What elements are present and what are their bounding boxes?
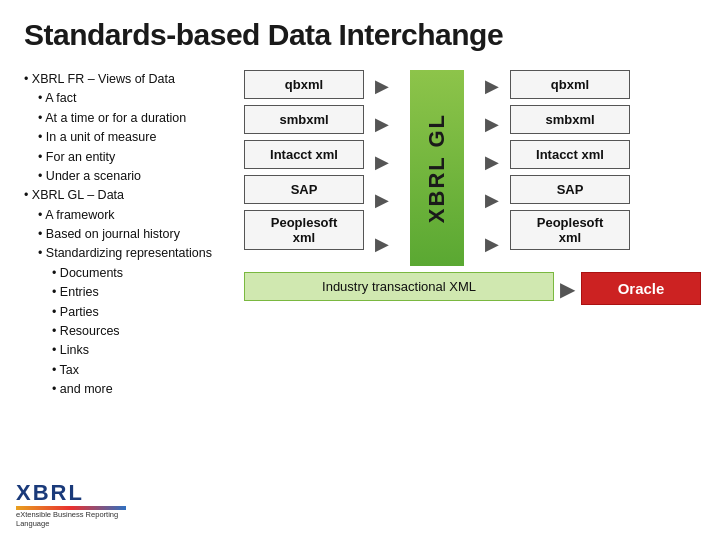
right-box-intacct-right: Intacct xml	[510, 140, 630, 169]
bullet-item: • Based on journal history	[38, 225, 236, 244]
right-box-qbxml-right: qbxml	[510, 70, 630, 99]
bullet-item: • For an entity	[38, 148, 236, 167]
oracle-label: Oracle	[618, 280, 665, 297]
bullet-item: • A framework	[38, 206, 236, 225]
left-box-intacct-left: Intacct xml	[244, 140, 364, 169]
xbrl-gl-column: XBRL GL	[410, 70, 464, 266]
bullet-item: • A fact	[38, 89, 236, 108]
bullet-item: • XBRL GL – Data	[24, 186, 236, 205]
oracle-box: Oracle	[581, 272, 701, 305]
arrow-right-3: ▶	[485, 184, 499, 216]
arrow-left-0: ▶	[375, 70, 389, 102]
bottom-section: Industry transactional XML ▶ Oracle	[244, 272, 701, 305]
bullet-item: • Tax	[52, 361, 236, 380]
xbrl-logo-sub: eXtensible Business Reporting Language	[16, 510, 126, 528]
arrow-left-1: ▶	[375, 108, 389, 140]
bullet-item: • XBRL FR – Views of Data	[24, 70, 236, 89]
bullet-item: • In a unit of measure	[38, 128, 236, 147]
right-box-sap-right: SAP	[510, 175, 630, 204]
bullet-item: • Parties	[52, 303, 236, 322]
arrow-right-2: ▶	[485, 146, 499, 178]
left-box-smbxml-left: smbxml	[244, 105, 364, 134]
bullet-item: • Links	[52, 341, 236, 360]
page-container: Standards-based Data Interchange • XBRL …	[0, 0, 720, 540]
left-box-peoplesoft-left: Peoplesoft xml	[244, 210, 364, 250]
bullet-item: • At a time or for a duration	[38, 109, 236, 128]
arrows-left: ▶▶▶▶▶	[364, 70, 400, 266]
left-box-qbxml-left: qbxml	[244, 70, 364, 99]
arrow-left-3: ▶	[375, 184, 389, 216]
diagram-main: qbxmlsmbxmlIntacct xmlSAPPeoplesoft xml …	[244, 70, 630, 266]
arrow-left-2: ▶	[375, 146, 389, 178]
bullet-item: • Under a scenario	[38, 167, 236, 186]
right-box-smbxml-right: smbxml	[510, 105, 630, 134]
arrow-right-1: ▶	[485, 108, 499, 140]
page-title: Standards-based Data Interchange	[24, 18, 696, 52]
bullet-item: • and more	[52, 380, 236, 399]
industry-bar-label: Industry transactional XML	[322, 279, 476, 294]
arrow-left-4: ▶	[375, 222, 389, 266]
left-box-sap-left: SAP	[244, 175, 364, 204]
xbrl-logo-text: XBRL	[16, 482, 84, 504]
industry-bar: Industry transactional XML	[244, 272, 554, 301]
left-text-col: • XBRL FR – Views of Data• A fact• At a …	[24, 70, 244, 399]
bullet-item: • Entries	[52, 283, 236, 302]
arrows-right: ▶▶▶▶▶	[474, 70, 510, 266]
bottom-arrow: ▶	[560, 279, 575, 299]
bullet-item: • Resources	[52, 322, 236, 341]
arrow-right-4: ▶	[485, 222, 499, 266]
right-boxes: qbxmlsmbxmlIntacct xmlSAPPeoplesoft xml	[510, 70, 630, 266]
xbrl-logo: XBRL eXtensible Business Reporting Langu…	[16, 482, 126, 528]
xbrl-gl-label: XBRL GL	[424, 113, 450, 223]
bullet-item: • Documents	[52, 264, 236, 283]
right-box-peoplesoft-right: Peoplesoft xml	[510, 210, 630, 250]
arrow-right-0: ▶	[485, 70, 499, 102]
left-boxes: qbxmlsmbxmlIntacct xmlSAPPeoplesoft xml	[244, 70, 364, 266]
bullet-item: • Standardizing representations	[38, 244, 236, 263]
